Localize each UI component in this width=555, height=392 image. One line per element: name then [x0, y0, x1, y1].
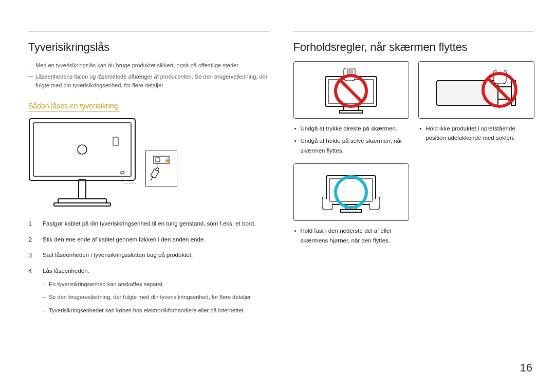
right-heading: Forholdsregler, når skærmen flyttes [293, 41, 535, 54]
page-number: 16 [520, 361, 532, 375]
precaution-block: Hold fast i den nederste del af eller sk… [293, 163, 410, 248]
step-text: Sæt låseenheden i tyverisikringsslotten … [43, 250, 193, 261]
lock-diagram-row: 🔒 [28, 118, 270, 208]
sub-step: Tyverisikringsenheder kan købes hos elek… [43, 306, 251, 315]
page: Tyverisikringslås Med en tyverisikringsl… [0, 0, 555, 392]
precaution-row-2: Hold fast i den nederste del af eller sk… [293, 163, 535, 248]
hold-bottom-illustration [293, 163, 410, 221]
bullet-item: Hold ikke produktet i opretstående posit… [418, 124, 534, 143]
horizontal-rule [28, 31, 270, 31]
svg-rect-5 [79, 180, 86, 199]
sub-step: Se den brugervejledning, der fulgte med … [43, 293, 251, 302]
svg-rect-9 [156, 158, 160, 162]
horizontal-rule [293, 31, 535, 31]
step-text-block: Lås låseenheden. En tyverisikringsenhed … [43, 266, 251, 319]
left-heading: Tyverisikringslås [28, 41, 270, 54]
step-text: Fastgør kablet på din tyverisikringsenhe… [43, 219, 255, 230]
intro-item: Med en tyverisikringslås kan du bruge pr… [28, 61, 270, 70]
bullet-list: Hold ikke produktet i opretstående posit… [418, 124, 534, 143]
step-item: 1 Fastgør kablet på din tyverisikringsen… [28, 219, 270, 230]
step-number: 4 [28, 266, 34, 319]
lock-inset-illustration: 🔒 [145, 151, 177, 186]
intro-list: Med en tyverisikringslås kan du bruge pr… [28, 61, 270, 90]
right-column: Forholdsregler, når skærmen flyttes [293, 31, 535, 324]
precaution-row-1: Undgå at trykke direkte på skærmen. Undg… [293, 61, 535, 158]
two-column-layout: Tyverisikringslås Med en tyverisikringsl… [28, 31, 534, 324]
svg-text:🔒: 🔒 [164, 157, 170, 162]
svg-line-14 [151, 177, 153, 182]
svg-rect-31 [341, 210, 361, 212]
bullet-list: Undgå at trykke direkte på skærmen. Undg… [293, 124, 410, 155]
dont-press-screen-illustration [293, 61, 410, 119]
bullet-item: Hold fast i den nederste del af eller sk… [293, 226, 410, 245]
step-item: 2 Stik den ene ende af kablet gennem løk… [28, 235, 270, 246]
precaution-block-empty [418, 163, 534, 248]
bullet-item: Undgå at holde på selve skærmen, når skæ… [293, 136, 410, 155]
steps-list: 1 Fastgør kablet på din tyverisikringsen… [28, 219, 270, 320]
step-item: 3 Sæt låseenheden i tyverisikringsslotte… [28, 250, 270, 261]
precaution-block: Hold ikke produktet i opretstående posit… [418, 61, 534, 158]
sub-heading: Sådan låses en tyverisikring: [28, 102, 120, 111]
svg-rect-19 [340, 110, 362, 113]
step-number: 3 [28, 250, 34, 261]
step-number: 1 [28, 219, 34, 230]
svg-point-2 [78, 145, 87, 154]
step-number: 2 [28, 235, 34, 246]
left-column: Tyverisikringslås Med en tyverisikringsl… [28, 31, 270, 324]
step-text: Stik den ene ende af kablet gennem løkke… [43, 235, 205, 246]
sub-step: En tyverisikringsenhed kan anskaffes sep… [43, 280, 251, 289]
bullet-item: Undgå at trykke direkte på skærmen. [293, 124, 410, 133]
bullet-list: Hold fast i den nederste del af eller sk… [293, 226, 410, 245]
svg-rect-7 [54, 203, 110, 206]
step-text: Lås låseenheden. [43, 268, 89, 274]
svg-rect-3 [113, 137, 118, 145]
dont-hold-stand-illustration [418, 61, 534, 119]
precaution-block: Undgå at trykke direkte på skærmen. Undg… [293, 61, 410, 158]
step-item: 4 Lås låseenheden. En tyverisikringsenhe… [28, 266, 270, 319]
monitor-rear-illustration [28, 118, 136, 208]
sub-steps-list: En tyverisikringsenhed kan anskaffes sep… [43, 280, 251, 315]
svg-rect-6 [58, 199, 106, 203]
intro-item: Låseenhedens facon og låsemetode afhænge… [28, 72, 270, 90]
svg-rect-4 [121, 172, 124, 174]
